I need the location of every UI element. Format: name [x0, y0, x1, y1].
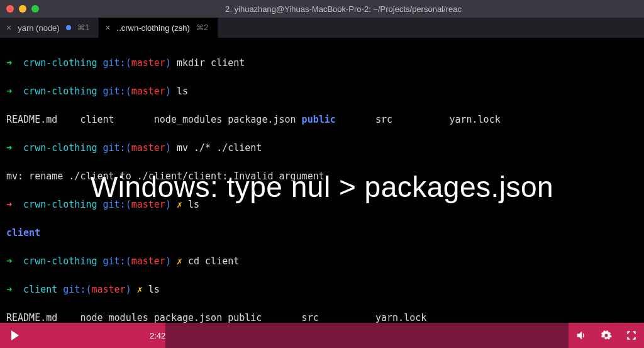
volume-button[interactable] — [569, 323, 594, 348]
tab-crwn-clothing-zsh[interactable]: × ..crwn-clothing (zsh) ⌘2 — [99, 18, 218, 38]
tab-shortcut: ⌘1 — [77, 23, 90, 32]
terminal-output[interactable]: ➜ crwn-clothing git:(master) mkdir clien… — [0, 38, 644, 348]
modified-indicator-icon — [66, 25, 71, 30]
play-icon — [11, 330, 19, 340]
tab-shortcut: ⌘2 — [196, 23, 209, 32]
fullscreen-button[interactable] — [619, 323, 644, 348]
video-player-bar: 2:42 — [0, 323, 644, 348]
fullscreen-icon — [626, 330, 637, 341]
traffic-lights — [6, 5, 39, 13]
current-time: 2:42 — [150, 331, 165, 340]
tab-bar: × yarn (node) ⌘1 × ..crwn-clothing (zsh)… — [0, 18, 644, 38]
settings-button[interactable] — [594, 323, 619, 348]
maximize-window-button[interactable] — [31, 5, 39, 13]
progress-foreground — [30, 323, 165, 348]
progress-bar[interactable]: 2:42 — [30, 323, 569, 348]
window-title: 2. yihuazhang@Yihuas-MacBook-Pro-2: ~/Pr… — [49, 4, 638, 14]
window-titlebar: 2. yihuazhang@Yihuas-MacBook-Pro-2: ~/Pr… — [0, 0, 644, 18]
close-tab-icon[interactable]: × — [105, 23, 110, 33]
close-window-button[interactable] — [6, 5, 14, 13]
tab-label: yarn (node) — [18, 23, 59, 33]
volume-icon — [575, 330, 587, 341]
minimize-window-button[interactable] — [19, 5, 26, 13]
tab-yarn-node[interactable]: × yarn (node) ⌘1 — [0, 18, 99, 38]
tab-label: ..crwn-clothing (zsh) — [117, 23, 190, 33]
play-button[interactable] — [0, 323, 30, 348]
close-tab-icon[interactable]: × — [6, 23, 11, 33]
gear-icon — [601, 330, 612, 341]
